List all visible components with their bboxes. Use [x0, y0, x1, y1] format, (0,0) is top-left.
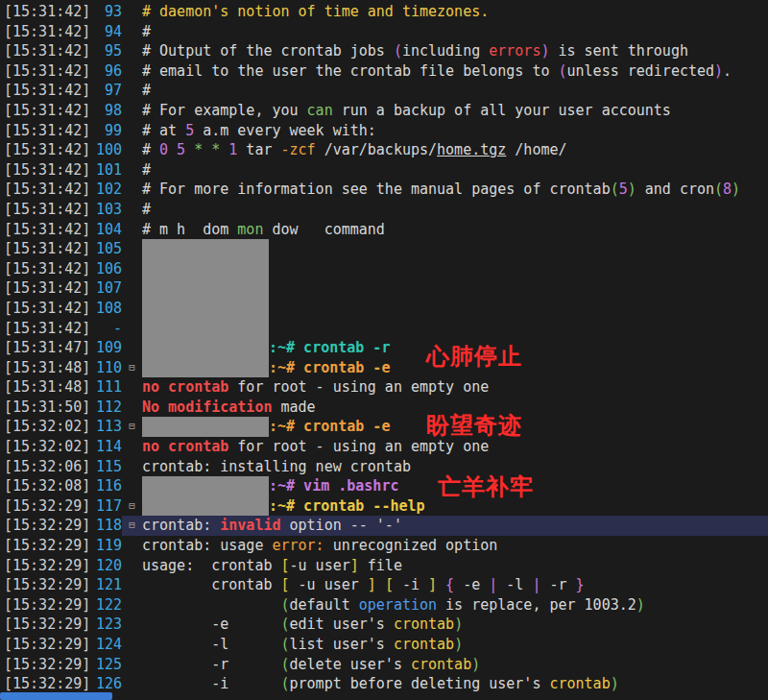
line-number[interactable]: 103 [91, 200, 122, 220]
line-body: -e (edit user's crontab) [122, 615, 768, 635]
annotation-text: 亡羊补牢 [438, 474, 534, 499]
line-number[interactable]: 104 [91, 220, 122, 240]
line-number[interactable]: 96 [91, 61, 122, 82]
text-segment: crontab: [142, 517, 220, 534]
text-segment [437, 576, 445, 593]
line-number[interactable]: 114 [91, 437, 122, 457]
line-number[interactable]: 113 [91, 417, 122, 437]
line-number[interactable]: 121 [91, 575, 122, 595]
fold-icon [122, 200, 142, 220]
log-line: [15:32:02]114no crontab for root - using… [0, 437, 768, 457]
line-number[interactable]: 99 [91, 121, 122, 141]
line-content: (default operation is replace, per 1003.… [142, 595, 768, 616]
fold-icon [122, 536, 142, 556]
line-number[interactable]: 122 [91, 595, 122, 616]
timestamp: [15:32:02] [0, 417, 91, 437]
fold-icon[interactable]: ⊟ [122, 358, 142, 378]
line-number[interactable]: 109 [91, 338, 122, 358]
scrollbar-thumb[interactable] [0, 692, 112, 700]
line-body: -l (list user's crontab) [122, 635, 768, 655]
line-number[interactable]: 101 [91, 160, 122, 181]
line-body: no crontab for root - using an empty one [122, 437, 768, 457]
text-segment: is sent through [549, 42, 688, 60]
line-content: # at 5 a.m every week with: [142, 121, 768, 141]
line-content: # 0 5 * * 1 tar -zcf /var/backups/home.t… [142, 140, 768, 160]
text-segment: -l [142, 636, 281, 653]
text-segment: -e [142, 616, 281, 633]
line-number[interactable]: 117 [91, 496, 122, 517]
line-number[interactable]: 100 [91, 140, 122, 160]
line-body [122, 299, 768, 319]
line-number[interactable]: - [91, 319, 122, 339]
log-line: [15:31:42]108 [0, 299, 768, 319]
text-segment: . [723, 62, 732, 80]
log-line: [15:31:42]106 [0, 259, 768, 279]
text-segment: made [272, 398, 315, 416]
line-number[interactable]: 108 [91, 299, 122, 319]
text-segment: [ [281, 576, 290, 593]
fold-icon [122, 61, 142, 82]
line-number[interactable]: 120 [91, 556, 122, 576]
timestamp: [15:32:29] [0, 556, 91, 576]
line-number[interactable]: 125 [91, 655, 122, 675]
timestamp: [15:31:42] [0, 81, 91, 101]
text-segment: usage: crontab [142, 557, 281, 574]
line-number[interactable]: 119 [91, 536, 122, 556]
log-line: [15:31:42]95# Output of the crontab jobs… [0, 41, 768, 61]
fold-icon [122, 22, 142, 42]
text-segment: crontab: usage [142, 537, 272, 554]
line-number[interactable]: 97 [91, 81, 122, 101]
line-number[interactable]: 123 [91, 615, 122, 635]
line-body [122, 259, 768, 279]
fold-icon [122, 457, 142, 477]
text-segment: [ [281, 557, 290, 574]
text-segment: crontab [394, 616, 454, 633]
current-line-highlight: ⊟crontab: invalid option -- '-' [122, 516, 768, 536]
text-segment: ( [281, 596, 290, 614]
log-line: [15:31:42]105 [0, 239, 768, 259]
redacted-block [142, 338, 269, 358]
log-line: [15:31:42]107 [0, 278, 768, 299]
line-content: # [142, 160, 768, 181]
text-segment: :~# crontab -e [269, 359, 390, 376]
line-number[interactable]: 95 [91, 41, 122, 61]
fold-icon[interactable]: ⊟ [122, 417, 142, 437]
line-number[interactable]: 124 [91, 635, 122, 655]
line-body: # For more information see the manual pa… [122, 180, 768, 200]
line-content: crontab: invalid option -- '-' [142, 516, 768, 536]
redacted-block [142, 239, 269, 259]
line-number[interactable]: 111 [91, 377, 122, 398]
line-number[interactable]: 106 [91, 259, 122, 279]
line-number[interactable]: 116 [91, 476, 122, 496]
line-number[interactable]: 115 [91, 457, 122, 477]
text-segment: # [142, 141, 159, 158]
line-number[interactable]: 94 [91, 22, 122, 42]
fold-icon [122, 81, 142, 101]
fold-icon [122, 674, 142, 694]
line-number[interactable]: 126 [91, 674, 122, 694]
text-segment: no crontab [142, 438, 228, 455]
timestamp: [15:31:42] [0, 22, 91, 42]
line-number[interactable]: 98 [91, 101, 122, 121]
line-content: # For example, you can run a backup of a… [142, 101, 768, 121]
timestamp: [15:32:29] [0, 496, 91, 517]
fold-icon[interactable]: ⊟ [122, 496, 142, 517]
redacted-block [142, 319, 269, 339]
line-number[interactable]: 118 [91, 516, 122, 536]
line-number[interactable]: 102 [91, 180, 122, 200]
log-line: [15:32:29]124 -l (list user's crontab) [0, 635, 768, 655]
line-number[interactable]: 93 [91, 2, 122, 22]
text-segment: ( [394, 42, 402, 60]
fold-icon [122, 121, 142, 141]
text-segment: -u user [290, 576, 368, 593]
text-segment: -r [540, 576, 575, 593]
text-segment: /var/backups/ [316, 141, 437, 158]
text-segment: :~# vim .bashrc [269, 477, 398, 495]
timestamp: [15:31:42] [0, 41, 91, 61]
line-number[interactable]: 110 [91, 358, 122, 378]
redacted-block [142, 417, 269, 437]
line-number[interactable]: 112 [91, 398, 122, 418]
fold-icon[interactable]: ⊟ [122, 516, 142, 536]
line-number[interactable]: 107 [91, 278, 122, 299]
line-number[interactable]: 105 [91, 239, 122, 259]
